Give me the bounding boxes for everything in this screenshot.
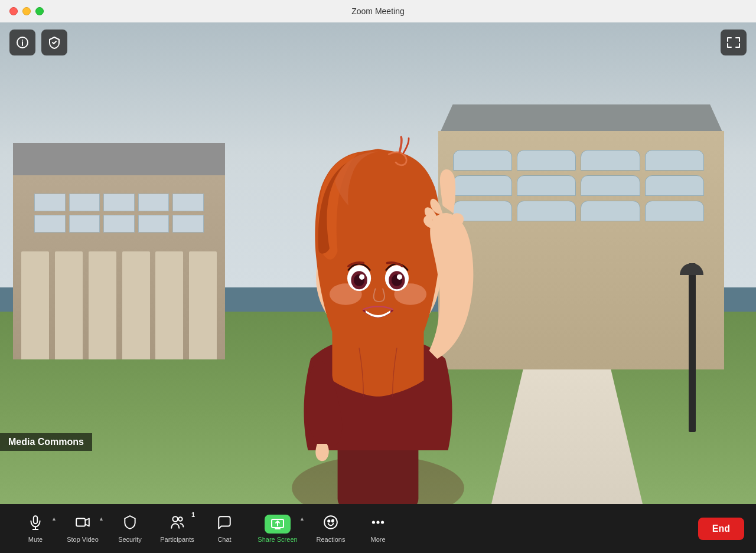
more-label: More (370, 536, 385, 543)
reactions-button[interactable]: Reactions (307, 510, 354, 548)
mute-button[interactable]: ▲ Mute (12, 510, 59, 548)
title-bar: Zoom Meeting (0, 0, 756, 22)
end-button[interactable]: End (698, 518, 744, 540)
ellipsis-icon (370, 515, 386, 530)
mute-icon (28, 515, 43, 534)
camera-icon (75, 515, 90, 530)
close-button[interactable] (9, 7, 18, 15)
svg-point-32 (382, 521, 383, 523)
security-button[interactable]: Security (106, 510, 154, 548)
svg-point-16 (22, 40, 23, 41)
chat-icon (217, 515, 232, 534)
share-caret: ▲ (299, 516, 305, 522)
svg-point-29 (332, 520, 334, 522)
video-caret: ▲ (99, 516, 104, 522)
shield-button[interactable] (41, 30, 67, 55)
stop-video-label: Stop Video (67, 536, 99, 543)
more-icon (370, 515, 386, 534)
toolbar: ▲ Mute ▲ Stop Video Security (0, 504, 756, 553)
fullscreen-button[interactable] (721, 30, 747, 55)
avatar-svg (216, 47, 540, 504)
svg-point-13 (397, 274, 402, 280)
svg-point-22 (178, 517, 183, 521)
security-shield-icon (122, 515, 138, 530)
mute-caret: ▲ (51, 516, 57, 522)
participants-icon (170, 515, 185, 534)
shield-icon (48, 36, 61, 49)
video-icon (75, 515, 90, 534)
video-area: Media Commons (0, 22, 756, 504)
people-icon (170, 515, 185, 530)
svg-point-31 (377, 521, 379, 523)
info-button[interactable] (9, 30, 35, 55)
participants-badge: 1 (191, 511, 195, 518)
svg-point-28 (328, 520, 330, 522)
building-left-roof (13, 143, 224, 175)
participants-label: Participants (160, 536, 194, 543)
top-left-buttons (9, 30, 67, 55)
microphone-icon (28, 515, 43, 530)
svg-point-27 (324, 516, 337, 529)
security-label: Security (118, 536, 142, 543)
reactions-label: Reactions (317, 536, 346, 543)
minimize-button[interactable] (22, 7, 31, 15)
avatar-container (216, 47, 540, 504)
share-screen-label: Share Screen (258, 536, 297, 543)
share-screen-button[interactable]: ▲ Share Screen (248, 510, 307, 548)
emoji-icon (323, 515, 338, 530)
share-screen-icon-wrap (265, 515, 291, 534)
chat-button[interactable]: Chat (201, 510, 248, 548)
lamppost (689, 263, 696, 432)
more-button[interactable]: More (354, 510, 402, 548)
building-columns (21, 251, 217, 360)
stop-video-button[interactable]: ▲ Stop Video (59, 510, 106, 548)
traffic-lights (9, 7, 44, 15)
svg-point-21 (172, 516, 178, 522)
svg-point-9 (359, 274, 364, 280)
fullscreen-icon (727, 36, 740, 49)
info-icon (16, 36, 29, 49)
maximize-button[interactable] (35, 7, 44, 15)
svg-rect-17 (34, 516, 38, 523)
top-right-buttons (721, 30, 747, 55)
chat-bubble-icon (217, 515, 232, 530)
reactions-icon (323, 515, 338, 534)
svg-point-30 (373, 521, 374, 523)
mute-label: Mute (28, 536, 43, 543)
window-title: Zoom Meeting (351, 6, 404, 16)
participants-button[interactable]: 1 Participants (154, 510, 201, 548)
chat-label: Chat (217, 536, 231, 543)
security-icon (122, 515, 138, 534)
svg-rect-20 (76, 518, 85, 526)
share-screen-icon (271, 517, 285, 531)
media-commons-label: Media Commons (0, 433, 92, 451)
